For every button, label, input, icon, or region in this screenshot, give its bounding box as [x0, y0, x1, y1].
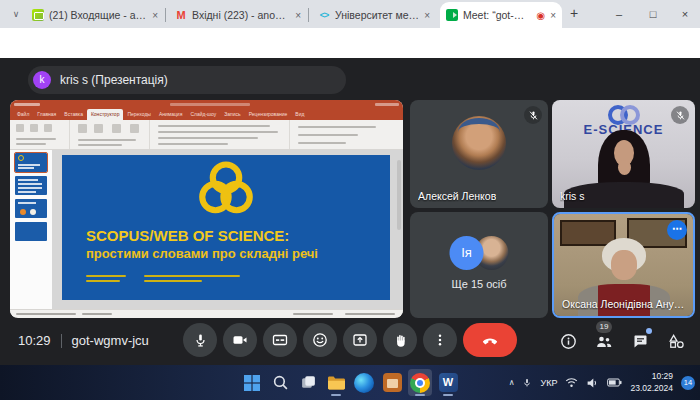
ppt-ribbon-tabs: Файл Главная Вставка Конструктор Переход… [10, 109, 403, 120]
maximize-button[interactable]: □ [638, 0, 668, 28]
notification-badge[interactable]: 14 [681, 376, 695, 390]
meet-icon [446, 9, 458, 21]
slide-thumbnail-3[interactable] [15, 199, 47, 218]
taskbar-clock[interactable]: 10:29 23.02.2024 [630, 371, 673, 393]
meet-app: k kris s (Презентація) Файл Главная Вста… [0, 58, 700, 365]
ppt-ribbon-content [10, 120, 403, 150]
ppt-tab: Вид [291, 109, 308, 120]
ppt-tab: Запись [220, 109, 244, 120]
task-view-button[interactable] [296, 369, 320, 396]
screen: ∨ (21) Входящие - asp_bingo@ × M Вхідні … [0, 0, 700, 400]
end-call-button[interactable] [463, 323, 517, 357]
minimize-button[interactable]: – [604, 0, 634, 28]
raise-hand-button[interactable] [383, 323, 417, 357]
tab-title: (21) Входящие - asp_bingo@ [49, 9, 147, 21]
presenter-banner-text: kris s (Презентація) [60, 73, 168, 87]
microphone-button[interactable] [183, 323, 217, 357]
tab-title: Вхідні (223) - anoksana63@u [192, 9, 290, 21]
ppt-slide-canvas: SCOPUS/WEB OF SCIENCE: простими словами … [52, 150, 403, 309]
participant-avatar [452, 116, 506, 170]
recording-indicator-icon: ◉ [536, 10, 545, 21]
chrome-icon[interactable] [408, 369, 432, 396]
more-participants-label: Ще 15 осіб [410, 278, 548, 290]
taskbar-time: 10:29 [630, 371, 673, 382]
slide-thumbnail-1[interactable] [15, 153, 47, 172]
tile-options-button[interactable]: ⋯ [667, 220, 687, 240]
tab-mail[interactable]: (21) Входящие - asp_bingo@ × [26, 4, 164, 26]
language-indicator[interactable]: УКР [540, 378, 557, 388]
participant-name: kris s [560, 190, 585, 202]
chat-button[interactable] [630, 331, 650, 351]
meeting-code: got-wgmv-jcu [72, 333, 149, 348]
ppt-tab-active: Конструктор [87, 109, 124, 120]
slide-footer-text [86, 275, 240, 285]
gmail-icon: M [175, 9, 187, 21]
new-tab-button[interactable]: + [570, 5, 578, 21]
slide-title-line2: простими словами про складні речі [86, 246, 318, 261]
tray-mic-icon[interactable] [522, 377, 532, 389]
slide-thumbnail-2[interactable] [15, 176, 47, 195]
more-participants-tile[interactable]: Ія Ще 15 осіб [410, 212, 548, 318]
taskbar-date: 23.02.2024 [630, 383, 673, 394]
browser-tab-strip: ∨ (21) Входящие - asp_bingo@ × M Вхідні … [0, 0, 700, 28]
slide-title-line1: SCOPUS/WEB OF SCIENCE: [86, 227, 289, 244]
participant-tile-kris[interactable]: E-SCIENCE kris s [552, 100, 695, 208]
participants-button[interactable]: 19 [594, 331, 614, 351]
mic-muted-icon [524, 106, 542, 124]
ppt-status-bar [10, 309, 403, 317]
participant-tile-oksana[interactable]: ⋯ Оксана Леонідівна Ану… [552, 212, 695, 318]
tray-chevron-icon[interactable]: ∧ [509, 378, 515, 387]
tab-university[interactable]: <> Університет менеджменту о × [312, 4, 436, 26]
divider [61, 334, 62, 348]
volume-icon[interactable] [586, 377, 599, 389]
ppt-tab: Главная [33, 109, 60, 120]
meeting-details-button[interactable] [558, 331, 578, 351]
participants-count-badge: 19 [596, 321, 612, 333]
close-icon[interactable]: × [550, 10, 556, 21]
store-icon[interactable] [380, 369, 404, 396]
tab-meet-active[interactable]: Meet: “got-wgmv-jcu” ◉ × [440, 2, 562, 28]
wifi-icon[interactable] [565, 377, 578, 388]
ppt-tab: Анимация [155, 109, 186, 120]
presentation-tile[interactable]: Файл Главная Вставка Конструктор Переход… [10, 100, 403, 318]
windows-taskbar: W ∧ УКР [0, 365, 700, 400]
close-icon[interactable]: × [424, 10, 430, 21]
tab-title: Meet: “got-wgmv-jcu” [463, 9, 531, 21]
browser-toolbar: ← → ↻ meet.google.com/got-wgmv-jcu ☆ [0, 28, 700, 58]
ppt-scrollbar[interactable] [397, 160, 401, 230]
battery-icon[interactable] [607, 378, 622, 387]
activities-button[interactable] [666, 331, 686, 351]
tab-gmail[interactable]: M Вхідні (223) - anoksana63@u × [169, 4, 307, 26]
ppt-slide-thumbnails[interactable] [10, 150, 52, 309]
close-icon[interactable]: × [295, 10, 301, 21]
file-explorer-icon[interactable] [324, 369, 348, 396]
system-tray: ∧ УКР 10:29 23.0 [509, 365, 695, 400]
mail-icon [32, 9, 44, 21]
edge-icon[interactable] [352, 369, 376, 396]
window-close-button[interactable]: × [670, 0, 700, 28]
site-icon: <> [318, 9, 330, 21]
presenter-banner: k kris s (Презентація) [28, 66, 346, 94]
start-button[interactable] [240, 369, 264, 396]
tab-search-icon[interactable]: ∨ [8, 6, 24, 22]
captions-button[interactable] [263, 323, 297, 357]
participant-tile-aleksey[interactable]: Алексей Ленков [410, 100, 548, 208]
search-icon[interactable] [268, 369, 292, 396]
word-icon[interactable]: W [436, 369, 460, 396]
ppt-tab: Рецензирование [245, 109, 292, 120]
more-options-button[interactable] [423, 323, 457, 357]
present-screen-button[interactable] [343, 323, 377, 357]
slide-thumbnail-4[interactable] [15, 222, 47, 241]
participant-name: Алексей Ленков [418, 190, 496, 202]
scopus-rings-logo [182, 159, 270, 221]
ppt-tab: Слайд-шоу [186, 109, 220, 120]
presenter-avatar: k [33, 71, 51, 89]
close-icon[interactable]: × [152, 10, 158, 21]
reactions-button[interactable] [303, 323, 337, 357]
tab-title: Університет менеджменту о [335, 9, 419, 21]
overflow-avatar-initials: Ія [450, 236, 484, 270]
camera-button[interactable] [223, 323, 257, 357]
ppt-title-bar [10, 100, 403, 109]
meeting-time: 10:29 [18, 333, 51, 348]
chat-unread-dot [646, 328, 652, 334]
